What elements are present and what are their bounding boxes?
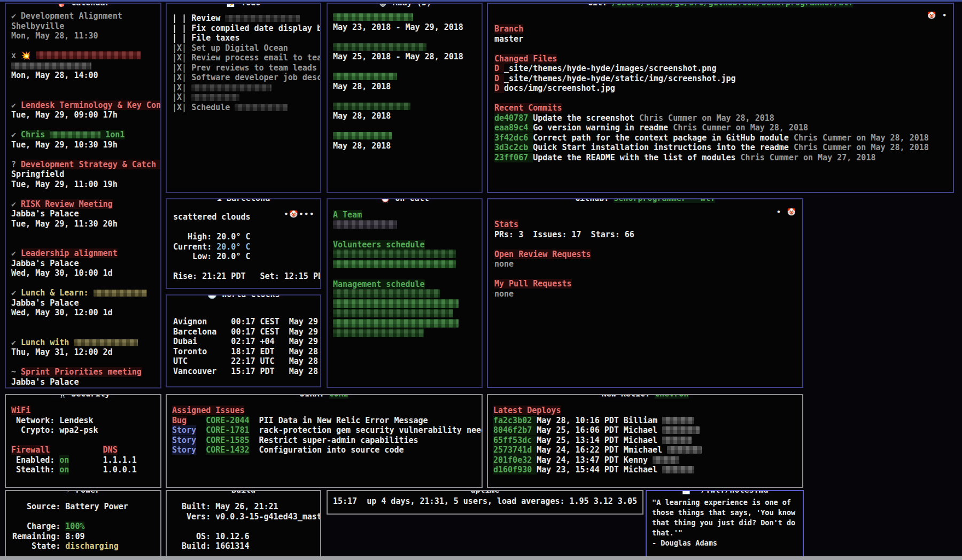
panel-weather-barcelona[interactable]: ☁ Barcelona•🤡•••scattered clouds High: 2… xyxy=(166,198,321,289)
panel-title-calendar: 🍿 Calendar xyxy=(52,3,114,7)
terminal-line: Stats xyxy=(494,220,802,230)
text-run: Wed, May 30, 10:00 1d xyxy=(11,268,113,278)
text-run: Development Alignment xyxy=(21,11,122,21)
terminal-line: Vers: v0.0.3-15-g41ed43_maste xyxy=(182,512,320,522)
terminal-line xyxy=(173,262,320,272)
panel-title-new-relic: New Relic: Chevron xyxy=(598,394,693,399)
terminal-line: Tue, May 29, 10:30 19h xyxy=(11,140,160,150)
page-indicator-github: • 🤡 xyxy=(777,208,797,216)
text-run: ••• xyxy=(299,210,315,218)
text-run: May 28, 2018 xyxy=(333,82,391,91)
text-run: fa2c3b02 xyxy=(493,416,537,425)
text-run xyxy=(250,416,259,425)
terminal-line: none xyxy=(494,259,802,269)
text-run: PII Data in New Relic Error Message xyxy=(259,416,428,425)
panel-build[interactable]: BuildBuilt: May 26, 21:21 Vers: v0.0.3-1… xyxy=(166,490,321,558)
terminal-line: Current: 20.0° C xyxy=(173,242,320,252)
panel-away[interactable]: 👽 Away (5)May 23, 2018 - May 29, 2018 Ma… xyxy=(327,3,483,193)
text-run: Away (5) xyxy=(393,3,431,7)
text-run: Review process email to team xyxy=(191,53,321,63)
panel-calendar[interactable]: 🍿 Calendar✔ Development AlignmentShelbyv… xyxy=(5,3,161,388)
text-run: 1.1.1.1 xyxy=(103,455,137,465)
panel-notes[interactable]: 📄 ~/.wtf/notes.md"A learning experience … xyxy=(646,490,804,558)
text-run: CORE-1432 xyxy=(206,445,249,455)
text-run: Leadership alignment xyxy=(21,248,118,258)
terminal-line: that.'" xyxy=(652,528,803,538)
window-bottom-bar xyxy=(0,556,962,560)
panel-title-jira: JIRA: CORE xyxy=(296,394,352,399)
panel-on-call[interactable]: ⏰ On CallA Team Volunteers schedule Mana… xyxy=(327,198,483,388)
text-run: Story xyxy=(172,425,196,435)
panel-body-away: May 23, 2018 - May 29, 2018 May 25, 2018… xyxy=(328,4,482,192)
redacted-text xyxy=(333,309,453,317)
redacted-text xyxy=(74,339,138,346)
redacted-text xyxy=(333,13,413,21)
wtf-terminal-dashboard: { "pager_legend": {"clown_icon": "🤡", "d… xyxy=(0,0,962,560)
terminal-line: |X| Set up Digital Ocean xyxy=(172,43,320,53)
terminal-line: ✔ Chris 1on1 xyxy=(11,130,160,140)
text-run: Chevron xyxy=(655,394,688,399)
panel-github[interactable]: Github: senorprogrammer - wtf• 🤡StatsPRs… xyxy=(487,198,803,388)
redacted-text xyxy=(94,290,147,297)
terminal-line xyxy=(333,260,482,270)
text-run: Quick Start installation instructions in… xyxy=(533,143,794,152)
text-run: Vers: v0.0.3-15-g41ed43_maste xyxy=(182,512,321,522)
text-run: ⏰ xyxy=(381,198,395,203)
text-run: ✔ xyxy=(11,130,21,139)
page-indicator-git: 🤡 • xyxy=(927,11,948,19)
text-run: Build: 16G1314 xyxy=(182,541,249,551)
panel-new-relic[interactable]: New Relic: ChevronLatest Deploysfa2c3b02… xyxy=(487,394,803,488)
text-run: scattered clouds xyxy=(173,212,251,222)
redacted-text xyxy=(191,94,239,101)
text-run: • xyxy=(937,11,948,19)
terminal-line xyxy=(11,278,160,289)
terminal-line: Open Review Requests xyxy=(494,250,802,260)
text-run: 1on1 xyxy=(100,130,125,139)
page-indicator-barcelona: •🤡••• xyxy=(284,210,315,218)
terminal-line xyxy=(333,91,482,102)
terminal-line: |X| Prev reviews to team leads xyxy=(172,63,320,73)
text-run: d160f930 xyxy=(493,465,537,475)
text-run: CORE-2044 xyxy=(206,416,249,425)
panel-security[interactable]: 🤺 SecurityWiFi Network: Lendesk Crypto: … xyxy=(5,394,161,488)
panel-title-away: 👽 Away (5) xyxy=(374,3,436,7)
text-run: • xyxy=(284,210,289,218)
terminal-line: My Pull Requests xyxy=(494,279,802,289)
panel-git[interactable]: Git: /Users/chris/go/src/github.com/seno… xyxy=(487,3,954,193)
text-run xyxy=(250,435,259,445)
text-run: rack-protection gem security vulnerabili… xyxy=(259,425,483,435)
panel-todo[interactable]: 📝 Todo| | Review | | Fix compiled date d… xyxy=(166,3,321,193)
text-run: ☁ xyxy=(217,198,227,203)
text-run: UTC 22:17 UTC May 28 xyxy=(173,356,318,366)
terminal-line: "A learning experience is one of xyxy=(652,497,803,508)
terminal-line: Mon, May 28, 11:30 xyxy=(11,31,160,41)
panel-title-power: ⚡ Power xyxy=(62,490,104,495)
text-run xyxy=(196,425,206,435)
terminal-line xyxy=(494,94,953,104)
panel-uptime[interactable]: uptime15:17 up 4 days, 21:31, 5 users, l… xyxy=(327,490,643,515)
text-run: |X| xyxy=(172,43,191,53)
text-run: Stealth: xyxy=(11,465,59,475)
text-run: WiFi xyxy=(11,406,30,415)
terminal-line xyxy=(11,90,160,100)
terminal-line: Assigned Issues xyxy=(172,406,482,416)
panel-power[interactable]: ⚡ Power Source: Battery Power Charge: 10… xyxy=(5,490,161,558)
text-run: Remaining: 8:09 xyxy=(12,532,84,541)
terminal-line xyxy=(494,269,802,279)
panel-title-security: 🤺 Security xyxy=(52,394,114,399)
text-run: Chris Cummer on May 28, 2018 xyxy=(639,113,774,123)
text-run: Tue, May 29, 11:30 20h xyxy=(11,219,118,229)
terminal-line: - Douglas Adams xyxy=(652,538,803,548)
terminal-line: High: 20.0° C xyxy=(173,232,320,242)
panel-title-world-clocks: 🕐 World Clocks xyxy=(203,294,284,299)
text-run: Recent Commits xyxy=(494,103,562,113)
text-run xyxy=(250,425,259,435)
panel-jira[interactable]: JIRA: COREAssigned IssuesBug CORE-2044 P… xyxy=(166,394,483,488)
text-run: those things that says, 'You know xyxy=(652,508,795,517)
redacted-text xyxy=(333,289,440,298)
panel-world-clocks[interactable]: 🕐 World ClocksAvignon 00:17 CEST May 29B… xyxy=(166,294,321,387)
terminal-line: ✔ RISK Review Meeting xyxy=(11,199,160,209)
text-run: Changed Files xyxy=(494,54,557,64)
text-run: eaa89c4 xyxy=(494,123,533,133)
panel-title-todo: 📝 Todo xyxy=(222,3,265,7)
